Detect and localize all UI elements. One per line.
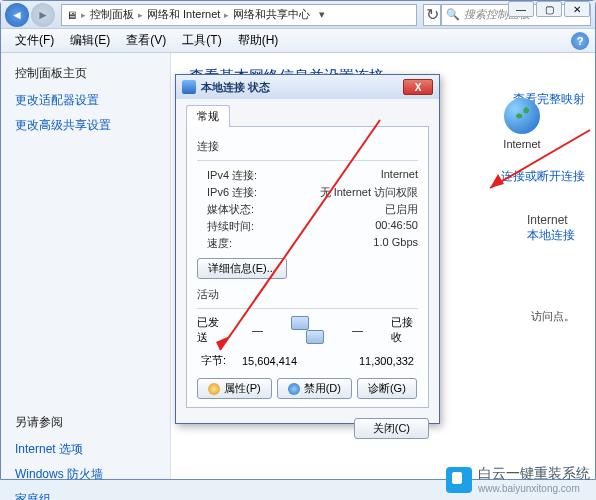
sidebar-header: 控制面板主页 [15, 65, 156, 82]
window-buttons: — ▢ ✕ [508, 1, 590, 17]
network-icon [182, 80, 196, 94]
menu-help[interactable]: 帮助(H) [230, 30, 287, 51]
activity-icon [291, 316, 324, 344]
titlebar: ◄ ► 🖥 ▸ 控制面板 ▸ 网络和 Internet ▸ 网络和共享中心 ▾ … [1, 1, 595, 29]
tab-general[interactable]: 常规 [186, 105, 230, 127]
sent-label: 已发送 [197, 315, 224, 345]
forward-button[interactable]: ► [31, 3, 55, 27]
help-icon[interactable]: ? [571, 32, 589, 50]
section-activity: 活动 [197, 287, 418, 302]
row-value: 已启用 [385, 202, 418, 217]
menu-edit[interactable]: 编辑(E) [62, 30, 118, 51]
breadcrumb-item[interactable]: 网络和 Internet [147, 7, 220, 22]
disable-icon [288, 383, 300, 395]
connect-disconnect-link[interactable]: 连接或断开连接 [501, 168, 585, 185]
breadcrumb-dropdown[interactable]: ▾ [314, 8, 330, 21]
see-also-header: 另请参阅 [15, 414, 156, 431]
close-dialog-button[interactable]: 关闭(C) [354, 418, 429, 439]
received-label: 已接收 [391, 315, 418, 345]
sidebar-link-sharing[interactable]: 更改高级共享设置 [15, 117, 156, 134]
breadcrumb-item[interactable]: 控制面板 [90, 7, 134, 22]
note-text: 访问点。 [531, 309, 575, 324]
see-also-firewall[interactable]: Windows 防火墙 [15, 466, 156, 483]
dialog-close-button[interactable]: X [403, 79, 433, 95]
sidebar: 控制面板主页 更改适配器设置 更改高级共享设置 另请参阅 Internet 选项… [1, 53, 171, 479]
see-also-internet-options[interactable]: Internet 选项 [15, 441, 156, 458]
shield-icon [208, 383, 220, 395]
sent-bytes: 15,604,414 [242, 355, 297, 367]
row-label: 持续时间: [197, 219, 254, 234]
watermark: 白云一键重装系统 www.baiyunxitong.com [446, 465, 590, 494]
bytes-label: 字节: [201, 353, 226, 368]
refresh-button[interactable]: ↻ [423, 4, 441, 26]
recv-bytes: 11,300,332 [359, 355, 414, 367]
menu-tools[interactable]: 工具(T) [174, 30, 229, 51]
search-icon: 🔍 [446, 8, 460, 21]
row-label: IPv4 连接: [197, 168, 257, 183]
bc-monitor-icon: 🖥 [66, 9, 77, 21]
row-value: 1.0 Gbps [373, 236, 418, 251]
disable-button[interactable]: 禁用(D) [277, 378, 352, 399]
section-connection: 连接 [197, 139, 418, 154]
local-connection-link[interactable]: 本地连接 [527, 227, 575, 244]
dialog-title: 本地连接 状态 [201, 80, 270, 95]
breadcrumb[interactable]: 🖥 ▸ 控制面板 ▸ 网络和 Internet ▸ 网络和共享中心 ▾ [61, 4, 417, 26]
globe-icon [504, 98, 540, 134]
watermark-url: www.baiyunxitong.com [478, 483, 590, 494]
back-button[interactable]: ◄ [5, 3, 29, 27]
watermark-name: 白云一键重装系统 [478, 465, 590, 483]
details-button[interactable]: 详细信息(E)... [197, 258, 287, 279]
see-also-homegroup[interactable]: 家庭组 [15, 491, 156, 500]
diagnose-button[interactable]: 诊断(G) [357, 378, 417, 399]
row-value: 00:46:50 [375, 219, 418, 234]
watermark-logo-icon [446, 467, 472, 493]
row-label: 媒体状态: [197, 202, 254, 217]
row-value: 无 Internet 访问权限 [320, 185, 418, 200]
access-type-label: Internet [527, 213, 575, 227]
minimize-button[interactable]: — [508, 1, 534, 17]
sidebar-link-adapter[interactable]: 更改适配器设置 [15, 92, 156, 109]
connection-status-dialog: 本地连接 状态 X 常规 连接 IPv4 连接:Internet IPv6 连接… [175, 74, 440, 424]
row-label: IPv6 连接: [197, 185, 257, 200]
menubar: 文件(F) 编辑(E) 查看(V) 工具(T) 帮助(H) ? [1, 29, 595, 53]
row-value: Internet [381, 168, 418, 183]
properties-button[interactable]: 属性(P) [197, 378, 272, 399]
dialog-titlebar[interactable]: 本地连接 状态 X [176, 75, 439, 99]
close-button[interactable]: ✕ [564, 1, 590, 17]
menu-view[interactable]: 查看(V) [118, 30, 174, 51]
maximize-button[interactable]: ▢ [536, 1, 562, 17]
menu-file[interactable]: 文件(F) [7, 30, 62, 51]
breadcrumb-item[interactable]: 网络和共享中心 [233, 7, 310, 22]
row-label: 速度: [197, 236, 232, 251]
